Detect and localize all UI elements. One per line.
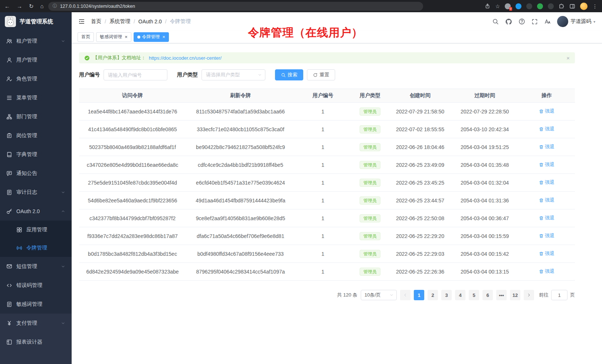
sidebar-item-sensitive-word[interactable]: 敏感词管理: [0, 295, 72, 314]
sidebar-item-dict[interactable]: 字典管理: [0, 145, 72, 164]
force-logout-button[interactable]: 强退: [539, 232, 554, 239]
sidebar-item-audit-log[interactable]: 审计日志: [0, 183, 72, 202]
page-button-2[interactable]: 2: [428, 290, 438, 300]
page-button-12[interactable]: 12: [510, 290, 520, 300]
browser-menu-icon[interactable]: ⋮: [592, 4, 598, 9]
extension-icon[interactable]: 0: [505, 3, 511, 9]
user-menu[interactable]: 芋道源码 ▾: [557, 16, 595, 27]
chevron-down-icon: [61, 321, 65, 325]
user-avatar[interactable]: [557, 16, 568, 27]
sidebar-item-user[interactable]: 用户管理: [0, 50, 72, 69]
force-logout-button[interactable]: 强退: [539, 179, 554, 186]
force-logout-label: 强退: [545, 215, 554, 221]
forward-icon[interactable]: →: [17, 3, 22, 9]
share-icon[interactable]: [485, 3, 490, 9]
force-logout-label: 强退: [545, 108, 554, 115]
force-logout-button[interactable]: 强退: [539, 161, 554, 168]
force-logout-button[interactable]: 强退: [539, 143, 554, 150]
created-at-cell: 2022-06-25 23:49:09: [389, 156, 451, 174]
alert-close-icon[interactable]: ×: [566, 55, 570, 61]
sidebar-item-menu[interactable]: 菜单管理: [0, 88, 72, 107]
access-token-cell: 502375b8040a469a9b82188afdf6af1f: [79, 138, 186, 156]
sidebar-item-label: 字典管理: [16, 151, 37, 158]
extension-icon[interactable]: [548, 3, 554, 9]
pay-icon: [6, 320, 12, 326]
extension-icon[interactable]: [526, 3, 532, 9]
fullscreen-icon[interactable]: [531, 19, 538, 25]
app-logo-row[interactable]: 芋道管理系统: [0, 12, 72, 31]
refresh-icon[interactable]: ↻: [29, 3, 34, 9]
sidebar-item-post[interactable]: 岗位管理: [0, 126, 72, 145]
force-logout-button[interactable]: 强退: [539, 126, 554, 132]
user-type-cell: 管理员: [351, 263, 389, 281]
tab-token-management[interactable]: 令牌管理×: [134, 32, 169, 42]
collapse-sidebar-icon[interactable]: [78, 18, 85, 25]
extension-icon[interactable]: [516, 3, 521, 9]
page-ellipsis[interactable]: •••: [496, 290, 507, 300]
tab-home[interactable]: 首页: [78, 32, 94, 42]
next-page-button[interactable]: [524, 290, 534, 300]
page-button-6[interactable]: 6: [482, 290, 493, 300]
extension-icon[interactable]: [537, 3, 543, 9]
force-logout-label: 强退: [545, 250, 554, 257]
created-at-cell: 2022-06-25 22:29:20: [389, 227, 451, 245]
sidebar-item-report-designer[interactable]: 报表设计器: [0, 332, 72, 351]
access-token-cell: f9336e7c7dd242a283ee98dc86b17a87: [79, 227, 186, 245]
force-logout-button[interactable]: 强退: [539, 215, 554, 221]
sidebar-item-error-code[interactable]: 错误码管理: [0, 276, 72, 295]
home-icon[interactable]: ⌂: [40, 3, 44, 9]
sidebar-item-oauth2[interactable]: OAuth 2.0: [0, 202, 72, 221]
force-logout-button[interactable]: 强退: [539, 197, 554, 203]
breadcrumb-item[interactable]: 系统管理: [109, 18, 130, 25]
user-type-select[interactable]: 请选择用户类型: [202, 69, 265, 80]
goto-page-input[interactable]: [551, 290, 567, 300]
page-button-5[interactable]: 5: [469, 290, 479, 300]
sidebar-item-oauth2-token[interactable]: 令牌管理: [0, 239, 72, 257]
help-icon[interactable]: [518, 18, 525, 25]
info-alert: 【用户体系】文档地址： https://doc.iocoder.cn/user-…: [79, 52, 575, 63]
side-panel-icon[interactable]: [569, 3, 575, 9]
breadcrumb-item[interactable]: 令牌管理: [170, 18, 191, 25]
site-info-icon[interactable]: ⓘ: [53, 3, 57, 9]
sidebar-item-role[interactable]: 角色管理: [0, 69, 72, 88]
table-row: b0d1785bc3a8482f812db4a3f3bd15ecb0df4980…: [79, 245, 575, 263]
sidebar-item-tenant[interactable]: 租户管理: [0, 32, 72, 50]
tab-label: 敏感词管理: [100, 34, 122, 40]
page-button-3[interactable]: 3: [441, 290, 452, 300]
back-icon[interactable]: ←: [4, 3, 10, 9]
font-size-icon[interactable]: [544, 18, 551, 25]
extensions-puzzle-icon[interactable]: [559, 3, 565, 9]
sidebar-item-oauth2-app[interactable]: 应用管理: [0, 221, 72, 239]
page-button-1[interactable]: 1: [414, 290, 424, 300]
sidebar-item-pay[interactable]: 支付管理: [0, 314, 72, 332]
expires-at-cell: 2054-03-04 00:15:59: [451, 227, 518, 245]
force-logout-button[interactable]: 强退: [539, 268, 554, 275]
page-button-4[interactable]: 4: [455, 290, 465, 300]
sidebar-item-notice[interactable]: 通知公告: [0, 164, 72, 183]
tab-close-icon[interactable]: ×: [125, 34, 128, 39]
trash-icon: [539, 198, 544, 203]
sidebar-item-dept[interactable]: 部门管理: [0, 107, 72, 126]
url-bar[interactable]: ⓘ 127.0.0.1:1024/system/oauth2/token: [48, 2, 423, 11]
alert-doc-link[interactable]: https://doc.iocoder.cn/user-center/: [149, 55, 222, 61]
prev-page-button[interactable]: [400, 290, 410, 300]
table-row: 1ea5e44f8bc1467aaede43144f31de76811c5304…: [79, 103, 575, 120]
user-id-input[interactable]: [104, 69, 167, 80]
expires-at-cell: 2054-03-04 00:36:47: [451, 209, 518, 227]
force-logout-button[interactable]: 强退: [539, 108, 554, 115]
tab-sensitive-word[interactable]: 敏感词管理×: [96, 32, 131, 42]
bookmark-star-icon[interactable]: ☆: [495, 4, 500, 9]
search-icon[interactable]: [492, 18, 499, 25]
refresh-token-cell: cdfc4ce9c2da4bb1bdf21b9918ff4be5: [186, 156, 295, 174]
breadcrumb-item[interactable]: OAuth 2.0: [138, 19, 162, 24]
github-icon[interactable]: [505, 18, 512, 25]
tab-close-icon[interactable]: ×: [163, 34, 166, 39]
sidebar-item-sms[interactable]: 短信管理: [0, 257, 72, 276]
page-size-select[interactable]: 10条/页: [361, 290, 397, 300]
badge-icon: [6, 133, 12, 139]
force-logout-button[interactable]: 强退: [539, 250, 554, 257]
search-button[interactable]: 搜索: [275, 69, 303, 80]
breadcrumb-item[interactable]: 首页: [91, 18, 101, 25]
reset-button[interactable]: 重置: [307, 69, 335, 80]
browser-profile-avatar[interactable]: [580, 3, 588, 10]
